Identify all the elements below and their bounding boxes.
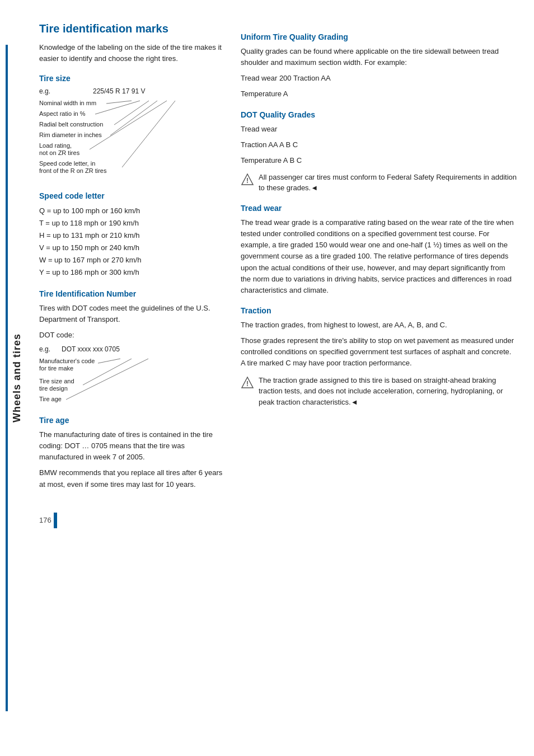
svg-line-13 — [122, 101, 175, 167]
svg-text:Tire age: Tire age — [39, 396, 62, 402]
svg-text:Load rating,: Load rating, — [39, 142, 72, 149]
left-column: Tire identification marks Knowledge of t… — [39, 22, 224, 734]
traction-para2: Those grades represent the tire's abilit… — [241, 335, 517, 369]
svg-text:Tire size and: Tire size and — [39, 378, 74, 384]
dot-value: DOT xxxx xxx 0705 — [62, 345, 120, 353]
tire-size-heading: Tire size — [39, 74, 224, 83]
dot-svg: Manufacturer's code for tire make Tire s… — [39, 355, 196, 406]
svg-text:Aspect ratio in %: Aspect ratio in % — [39, 110, 86, 117]
intro-text: Knowledge of the labeling on the side of… — [39, 42, 224, 64]
traction-warning-text: The traction grade assigned to this tire… — [259, 375, 517, 408]
dot-eg-label: e.g. — [39, 345, 59, 353]
svg-line-3 — [95, 101, 140, 114]
svg-line-21 — [66, 359, 148, 400]
tire-size-value: 225/45 R 17 91 V — [93, 87, 145, 95]
svg-text:for tire make: for tire make — [39, 365, 73, 372]
speed-code-heading: Speed code letter — [39, 191, 224, 200]
svg-line-1 — [106, 101, 132, 104]
right-column: Uniform Tire Quality Grading Quality gra… — [241, 22, 517, 734]
svg-text:tire design: tire design — [39, 385, 68, 392]
svg-line-5 — [114, 101, 149, 125]
speed-y: Y = up to 186 mph or 300 km/h — [39, 266, 224, 279]
svg-text:Radial belt construction: Radial belt construction — [39, 121, 103, 128]
utqg-heading: Uniform Tire Quality Grading — [241, 32, 517, 41]
tire-id-para1: Tires with DOT codes meet the guidelines… — [39, 303, 224, 325]
traction-warning-box: ! The traction grade assigned to this ti… — [241, 375, 517, 408]
speed-q: Q = up to 100 mph or 160 km/h — [39, 205, 224, 217]
svg-line-16 — [98, 359, 120, 363]
tread-wear-heading: Tread wear — [241, 204, 517, 213]
sidebar: Wheels and tires — [0, 0, 34, 756]
tire-eg-label: e.g. — [39, 87, 59, 95]
speed-v: V = up to 150 mph or 240 km/h — [39, 242, 224, 254]
speed-code-list: Q = up to 100 mph or 160 km/h T = up to … — [39, 205, 224, 279]
tire-id-heading: Tire Identification Number — [39, 289, 224, 298]
tire-age-heading: Tire age — [39, 416, 224, 425]
dot-quality-warning-text: All passenger car tires must conform to … — [259, 172, 517, 194]
page-number: 176 — [39, 516, 51, 524]
svg-text:!: ! — [246, 380, 249, 388]
page-number-area: 176 — [39, 513, 224, 528]
dot-quality-warning-box: ! All passenger car tires must conform t… — [241, 172, 517, 194]
page-blue-bar — [54, 513, 57, 528]
tread-wear-para1: The tread wear grade is a comparative ra… — [241, 217, 517, 296]
traction-heading: Traction — [241, 306, 517, 315]
speed-w: W = up to 167 mph or 270 km/h — [39, 254, 224, 266]
tire-size-top-row: e.g. 225/45 R 17 91 V — [39, 87, 224, 95]
dot-quality-line2: Traction AA A B C — [241, 139, 517, 151]
svg-text:Speed code letter, in: Speed code letter, in — [39, 160, 95, 167]
svg-text:not on ZR tires: not on ZR tires — [39, 149, 80, 156]
dot-quality-heading: DOT Quality Grades — [241, 110, 517, 119]
main-content: Tire identification marks Knowledge of t… — [34, 0, 534, 756]
dot-code-label: DOT code: — [39, 330, 224, 341]
tire-age-para1: The manufacturing date of tires is conta… — [39, 429, 224, 463]
dot-quality-line3: Temperature A B C — [241, 155, 517, 166]
sidebar-text: Wheels and tires — [11, 334, 23, 422]
svg-text:Manufacturer's code: Manufacturer's code — [39, 358, 95, 364]
dot-top-row: e.g. DOT xxxx xxx 0705 — [39, 345, 224, 353]
warning-icon-2: ! — [241, 376, 254, 389]
svg-text:front of the R on ZR tires: front of the R on ZR tires — [39, 167, 107, 174]
dot-quality-line1: Tread wear — [241, 124, 517, 135]
tire-size-svg: Nominal width in mm Aspect ratio in % Ra… — [39, 97, 213, 181]
utqg-example1: Tread wear 200 Traction AA — [241, 73, 517, 84]
tire-size-diagram: e.g. 225/45 R 17 91 V Nominal width in m… — [39, 87, 224, 181]
dot-diagram: e.g. DOT xxxx xxx 0705 Manufacturer's co… — [39, 345, 224, 406]
utqg-example2: Temperature A — [241, 88, 517, 100]
svg-text:Nominal width in mm: Nominal width in mm — [39, 100, 96, 106]
svg-text:!: ! — [246, 177, 249, 185]
speed-t: T = up to 118 mph or 190 km/h — [39, 217, 224, 229]
warning-icon-1: ! — [241, 173, 254, 186]
speed-h: H = up to 131 mph or 210 km/h — [39, 229, 224, 242]
utqg-para1: Quality grades can be found where applic… — [241, 46, 517, 68]
tire-age-para2: BMW recommends that you replace all tire… — [39, 467, 224, 490]
svg-text:Rim diameter in inches: Rim diameter in inches — [39, 132, 102, 138]
traction-para1: The traction grades, from highest to low… — [241, 320, 517, 331]
svg-line-7 — [110, 101, 157, 135]
page-title: Tire identification marks — [39, 22, 224, 35]
